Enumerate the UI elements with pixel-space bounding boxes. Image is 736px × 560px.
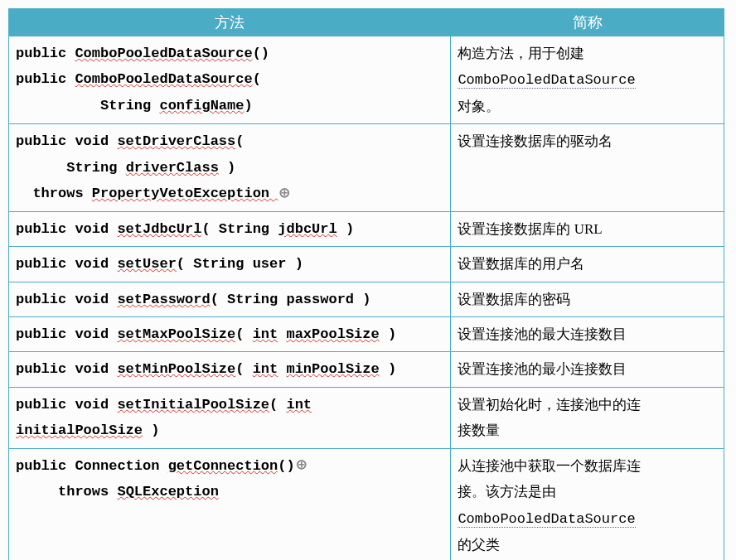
text-segment: 接。该方法是由 xyxy=(458,484,556,500)
text-segment: int xyxy=(253,361,278,377)
method-cell: public void setMaxPoolSize( int maxPoolS… xyxy=(9,316,451,351)
text-segment: ComboPooledDataSource xyxy=(75,46,252,61)
text-segment: int xyxy=(286,397,312,413)
desc-cell: 设置数据库的密码 xyxy=(451,282,724,316)
text-segment: setMinPoolSize xyxy=(117,361,235,377)
text-segment: ( xyxy=(235,361,252,377)
text-segment: ) xyxy=(380,326,396,342)
text-segment: String xyxy=(16,98,159,113)
text-segment: 接数量 xyxy=(458,422,500,438)
text-segment: ComboPooledDataSource xyxy=(458,511,635,528)
table-row: public void setInitialPoolSize( intiniti… xyxy=(9,387,724,448)
text-segment: () xyxy=(253,46,269,61)
text-segment: public void xyxy=(16,133,117,149)
text-segment: getConnection xyxy=(168,458,278,474)
text-segment: configName xyxy=(159,98,244,113)
desc-cell: 设置数据库的用户名 xyxy=(451,247,724,282)
desc-cell: 设置连接数据库的 URL xyxy=(451,211,724,246)
table-row: public Connection getConnection()⊕ throw… xyxy=(9,448,724,560)
text-segment: public Connection xyxy=(16,458,168,474)
text-segment: setPassword xyxy=(117,292,210,307)
table-row: public void setPassword( String password… xyxy=(9,282,724,316)
api-doc-table: 方法 简称 public ComboPooledDataSource()publ… xyxy=(8,8,724,560)
table-row: public void setUser( String user )设置数据库的… xyxy=(9,247,724,282)
text-segment: ComboPooledDataSource xyxy=(458,72,635,89)
text-segment: ( String xyxy=(201,221,278,237)
text-segment: public xyxy=(16,46,75,61)
table-row: public void setMaxPoolSize( int maxPoolS… xyxy=(9,316,724,351)
method-cell: public void setPassword( String password… xyxy=(9,282,451,316)
text-segment: setUser xyxy=(117,256,176,272)
text-segment: throws xyxy=(16,186,92,201)
text-segment: public xyxy=(16,71,75,87)
text-segment: 设置连接数据库的驱动名 xyxy=(458,133,613,149)
col-header-desc: 简称 xyxy=(451,9,724,36)
desc-cell: 从连接池中获取一个数据库连接。该方法是由ComboPooledDataSourc… xyxy=(451,448,724,560)
text-segment: public void xyxy=(16,256,117,272)
text-segment: 设置数据库的密码 xyxy=(458,292,570,307)
text-segment: public void xyxy=(16,397,117,413)
text-segment: public void xyxy=(16,361,117,377)
text-segment: setDriverClass xyxy=(117,133,235,149)
text-segment: 的父类 xyxy=(458,537,500,553)
text-segment: ) xyxy=(337,221,354,237)
text-segment: String xyxy=(16,160,126,176)
method-cell: public void setUser( String user ) xyxy=(9,247,451,282)
desc-cell: 设置连接数据库的驱动名 xyxy=(451,124,724,211)
text-segment: ) xyxy=(244,98,252,113)
text-segment: initialPoolSize xyxy=(16,422,143,438)
text-segment xyxy=(278,326,286,342)
text-segment: 设置连接池的最大连接数目 xyxy=(458,326,627,342)
text-segment: PropertyVetoException xyxy=(92,186,278,201)
text-segment: 从连接池中获取一个数据库连 xyxy=(458,458,641,474)
text-segment: maxPoolSize xyxy=(286,326,379,342)
desc-cell: 设置连接池的最小连接数目 xyxy=(451,352,724,387)
text-segment: SQLException xyxy=(117,484,218,500)
text-segment: ( String user ) xyxy=(177,256,303,272)
text-segment: public void xyxy=(16,326,117,342)
table-row: public void setJdbcUrl( String jdbcUrl )… xyxy=(9,211,724,246)
text-segment: driverClass xyxy=(126,160,219,176)
table-row: public void setMinPoolSize( int minPoolS… xyxy=(9,352,724,387)
text-segment: () xyxy=(278,458,294,474)
text-segment: ) xyxy=(219,160,235,176)
text-segment: public void xyxy=(16,292,117,307)
text-segment: 设置初始化时，连接池中的连 xyxy=(458,397,641,413)
col-header-method: 方法 xyxy=(9,9,451,36)
text-segment: setMaxPoolSize xyxy=(117,326,235,342)
text-segment: 构造方法，用于创建 xyxy=(458,46,584,61)
text-segment: ) xyxy=(143,422,159,438)
method-cell: public void setMinPoolSize( int minPoolS… xyxy=(9,352,451,387)
text-segment: int xyxy=(253,326,278,342)
table-row: public void setDriverClass( String drive… xyxy=(9,124,724,211)
desc-cell: 设置初始化时，连接池中的连接数量 xyxy=(451,387,724,448)
text-segment: 设置连接池的最小连接数目 xyxy=(458,361,627,377)
text-segment: 对象。 xyxy=(458,99,500,114)
text-segment: ( xyxy=(269,397,286,413)
table-header-row: 方法 简称 xyxy=(9,9,724,36)
desc-cell: 构造方法，用于创建ComboPooledDataSource对象。 xyxy=(451,36,724,124)
text-segment: throws xyxy=(16,484,117,500)
text-segment: 设置数据库的用户名 xyxy=(458,256,584,272)
table-body: public ComboPooledDataSource()public Com… xyxy=(9,36,724,561)
text-segment: ( xyxy=(253,71,261,87)
text-segment: ComboPooledDataSource xyxy=(75,71,252,87)
method-cell: public void setDriverClass( String drive… xyxy=(9,124,451,211)
text-segment: setJdbcUrl xyxy=(117,221,201,237)
text-segment: ) xyxy=(380,361,396,377)
anchor-icon: ⊕ xyxy=(297,457,307,474)
desc-cell: 设置连接池的最大连接数目 xyxy=(451,316,724,351)
method-cell: public ComboPooledDataSource()public Com… xyxy=(9,36,451,124)
text-segment: 设置连接数据库的 URL xyxy=(458,221,602,237)
method-cell: public void setInitialPoolSize( intiniti… xyxy=(9,387,451,448)
text-segment: ( xyxy=(235,133,244,149)
text-segment: jdbcUrl xyxy=(278,221,337,237)
text-segment: setInitialPoolSize xyxy=(117,397,269,413)
method-cell: public Connection getConnection()⊕ throw… xyxy=(9,448,451,560)
text-segment: minPoolSize xyxy=(286,361,379,377)
text-segment xyxy=(278,361,286,377)
table-row: public ComboPooledDataSource()public Com… xyxy=(9,36,724,124)
text-segment: public void xyxy=(16,221,117,237)
text-segment: ( xyxy=(235,326,252,342)
method-cell: public void setJdbcUrl( String jdbcUrl ) xyxy=(9,211,451,246)
